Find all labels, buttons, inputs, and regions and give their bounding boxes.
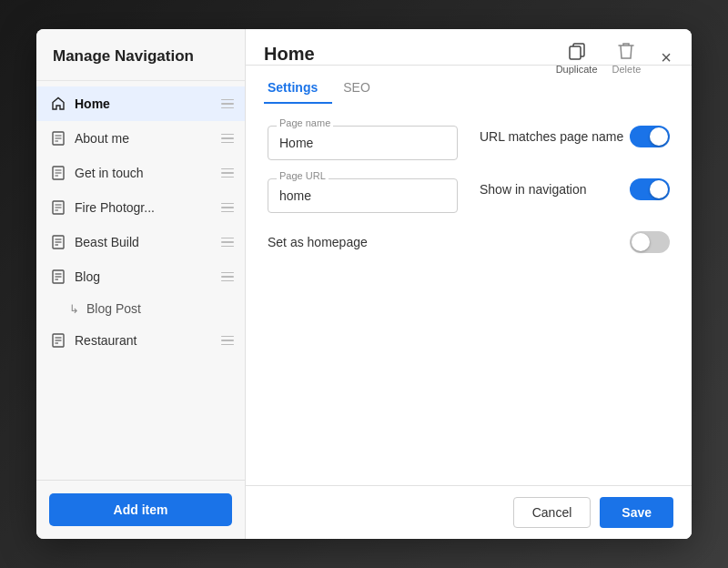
drag-handle-home[interactable] — [221, 99, 234, 109]
tabs-row: Settings SEO — [246, 73, 692, 104]
page-url-field: Page URL — [268, 178, 458, 213]
add-item-button[interactable]: Add item — [49, 493, 232, 526]
duplicate-icon — [566, 40, 588, 62]
url-matches-toggle[interactable] — [630, 126, 670, 147]
show-nav-label: Show in navigation — [480, 182, 587, 197]
drag-handle-beast[interactable] — [221, 238, 234, 248]
page-icon-blog — [49, 268, 67, 286]
page-icon-contact — [49, 164, 67, 182]
sidebar-item-home[interactable]: Home — [36, 86, 245, 121]
page-name-field: Page name — [268, 126, 458, 160]
sidebar-item-fire[interactable]: Fire Photogr... — [36, 190, 245, 225]
sub-arrow-icon: ↳ — [69, 302, 79, 316]
homepage-row: Set as homepage — [268, 231, 670, 253]
sidebar-label-beast: Beast Build — [75, 235, 216, 249]
close-button[interactable]: × — [655, 46, 677, 70]
modal-footer: Cancel Save — [246, 485, 692, 539]
sidebar-footer: Add item — [36, 480, 245, 539]
sidebar-list: Home About me — [36, 81, 245, 480]
cancel-button[interactable]: Cancel — [513, 497, 592, 528]
page-name-row: Page name URL matches page name — [268, 126, 670, 160]
sidebar-item-blog[interactable]: Blog — [36, 259, 245, 294]
save-button[interactable]: Save — [600, 497, 673, 528]
manage-navigation-modal: Manage Navigation Home — [36, 29, 692, 539]
sidebar-item-contact[interactable]: Get in touch — [36, 156, 245, 190]
page-icon-fire — [49, 198, 67, 217]
delete-button[interactable]: Delete — [612, 40, 642, 75]
duplicate-label: Duplicate — [556, 64, 598, 75]
drag-handle-contact[interactable] — [221, 168, 234, 178]
page-icon-beast — [49, 233, 67, 251]
duplicate-button[interactable]: Duplicate — [556, 40, 598, 75]
sidebar-label-blogpost: Blog Post — [86, 301, 141, 316]
main-header: Home Duplicate — [246, 29, 692, 66]
navigation-sidebar: Manage Navigation Home — [36, 29, 246, 539]
sidebar-item-blogpost[interactable]: ↳ Blog Post — [36, 294, 245, 323]
drag-handle-restaurant[interactable] — [221, 336, 234, 346]
tab-settings[interactable]: Settings — [264, 73, 332, 104]
show-nav-row: Show in navigation — [480, 178, 670, 200]
drag-handle-blog[interactable] — [221, 272, 234, 282]
sidebar-label-fire: Fire Photogr... — [75, 200, 216, 215]
sidebar-label-restaurant: Restaurant — [75, 333, 216, 348]
delete-icon — [615, 40, 637, 62]
url-matches-row: URL matches page name — [480, 126, 670, 147]
set-homepage-label: Set as homepage — [268, 235, 630, 249]
page-name-label: Page name — [277, 117, 333, 128]
settings-panel: Page name URL matches page name — [246, 104, 692, 485]
svg-rect-25 — [570, 46, 581, 59]
sidebar-item-about[interactable]: About me — [36, 121, 245, 156]
home-icon — [49, 95, 67, 113]
drag-handle-fire[interactable] — [221, 203, 234, 213]
drag-handle-about[interactable] — [221, 134, 234, 144]
main-content: Home Duplicate — [246, 29, 692, 539]
sidebar-item-beast[interactable]: Beast Build — [36, 225, 245, 259]
page-name-input[interactable] — [268, 126, 458, 160]
set-homepage-toggle[interactable] — [630, 231, 670, 253]
sidebar-label-contact: Get in touch — [75, 166, 216, 180]
page-icon-about — [49, 129, 67, 147]
sidebar-label-blog: Blog — [75, 269, 216, 284]
sidebar-item-restaurant[interactable]: Restaurant — [36, 323, 245, 358]
tab-seo[interactable]: SEO — [339, 73, 385, 104]
sidebar-title: Manage Navigation — [36, 29, 245, 81]
page-url-row: Page URL Show in navigation — [268, 178, 670, 213]
page-url-label: Page URL — [277, 170, 329, 181]
header-actions: Duplicate Delete × — [556, 40, 677, 75]
sidebar-label-home: Home — [75, 96, 216, 111]
page-icon-restaurant — [49, 331, 67, 350]
page-url-input[interactable] — [268, 178, 458, 213]
url-matches-label: URL matches page name — [480, 129, 623, 144]
sidebar-label-about: About me — [75, 131, 216, 146]
delete-label: Delete — [612, 64, 642, 75]
show-nav-toggle[interactable] — [630, 178, 670, 200]
